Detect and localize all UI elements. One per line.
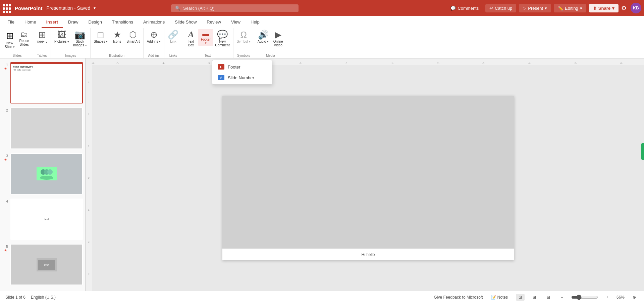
title-caret[interactable]: ▾ [94, 6, 96, 10]
tab-help[interactable]: Help [246, 17, 264, 28]
comments-button[interactable]: 💬 Comments [446, 4, 483, 12]
ribbon-group-tables: ⊞ Table ▾ Tables [33, 28, 51, 58]
tab-view[interactable]: View [226, 17, 245, 28]
share-button[interactable]: ⬆ Share ▾ [589, 4, 619, 12]
slide-thumb-2[interactable]: 2 [1, 106, 84, 150]
pictures-label: Pictures ▾ [54, 40, 69, 43]
green-tab[interactable] [641, 143, 644, 160]
table-icon: ⊞ [38, 30, 46, 40]
zoom-in-button[interactable]: + [603, 294, 611, 301]
shapes-button[interactable]: ◻ Shapes ▾ [92, 29, 110, 45]
tab-home[interactable]: Home [20, 17, 41, 28]
tab-animations[interactable]: Animations [139, 17, 169, 28]
slide-4-preview[interactable]: test [10, 199, 83, 240]
footer-icon: ▬ [202, 30, 209, 37]
editing-label: Editing [565, 6, 578, 11]
ribbon-group-symbols: Ω Symbol ▾ Symbols [233, 28, 254, 58]
stock-images-button[interactable]: 📷 StockImages ▾ [71, 29, 89, 48]
comments-icon: 💬 [450, 6, 456, 11]
slide-number-dropdown-item[interactable]: # Slide Number [212, 72, 272, 83]
stock-images-label: StockImages ▾ [73, 40, 87, 47]
catchup-button[interactable]: ↩ Catch up [485, 4, 516, 12]
tab-design[interactable]: Design [84, 17, 106, 28]
addins-label: Add-ins ▾ [147, 40, 161, 43]
audio-button[interactable]: 🔊 Audio ▾ [256, 29, 271, 45]
view-reading-button[interactable]: ⊟ [544, 294, 553, 301]
fit-slide-button[interactable]: ⊕ [630, 294, 639, 301]
symbol-button[interactable]: Ω Symbol ▾ [235, 29, 253, 45]
search-icon: 🔍 [175, 6, 180, 11]
slide-3-preview[interactable] [10, 153, 83, 194]
footer-dropdown-label: Footer [228, 64, 240, 70]
view-normal-button[interactable]: ⊡ [516, 294, 525, 301]
slide-2-number: 2 [3, 107, 8, 112]
ribbon-group-media: 🔊 Audio ▾ ▶ OnlineVideo Media [254, 28, 287, 58]
table-button[interactable]: ⊞ Table ▾ [35, 29, 49, 45]
slide-number-dropdown-icon: # [218, 75, 224, 80]
zoom-slider-container [571, 295, 598, 300]
online-video-button[interactable]: ▶ OnlineVideo [271, 29, 285, 48]
slide-3-star: ★ [4, 158, 7, 162]
slide-thumb-1[interactable]: 1 ★ TEST SUPERVITY • Hi hello roommate — [1, 61, 84, 104]
tab-draw[interactable]: Draw [63, 17, 83, 28]
search-box[interactable]: 🔍 [171, 4, 299, 12]
canvas-right-col: Hi hello [92, 65, 644, 291]
editing-button[interactable]: ✏️ Editing ▾ [554, 4, 586, 12]
new-comment-label: NewComment [215, 40, 229, 47]
svg-point-4 [40, 176, 53, 180]
main-area: 1 ★ TEST SUPERVITY • Hi hello roommate —… [0, 58, 644, 291]
avatar[interactable]: KB [631, 3, 641, 13]
audio-icon: 🔊 [258, 30, 269, 39]
tab-transitions[interactable]: Transitions [107, 17, 138, 28]
addins-button[interactable]: ⊕ Add-ins ▾ [145, 29, 163, 45]
pictures-button[interactable]: 🖼 Pictures ▾ [52, 29, 71, 45]
slide-1-preview[interactable]: TEST SUPERVITY • Hi hello roommate — [10, 62, 83, 103]
symbols-group-label: Symbols [235, 52, 253, 58]
smartart-label: SmartArt [126, 40, 140, 43]
smartart-button[interactable]: ⬡ SmartArt [124, 29, 142, 45]
language-indicator: English (U.S.) [31, 295, 56, 300]
settings-icon[interactable]: ⚙ [621, 4, 627, 12]
slide-5-image: IMG [11, 245, 82, 285]
waffle-menu[interactable] [3, 4, 11, 12]
view-slidesorter-button[interactable]: ⊞ [530, 294, 539, 301]
text-box-button[interactable]: A TextBox [183, 29, 198, 48]
tab-file[interactable]: File [3, 17, 19, 28]
link-button[interactable]: 🔗 Link [166, 29, 180, 45]
app-name: PowerPoint [15, 5, 43, 11]
ruler-top: ·6· ·5· ·4· ·3· ·2· ·1· 0 ·1· ·2· ·3· ·4… [86, 58, 644, 65]
ribbon-group-illustration: ◻ Shapes ▾ ★ Icons ⬡ SmartArt Illustrati… [91, 28, 144, 58]
new-comment-button[interactable]: 💬 NewComment [213, 29, 231, 48]
slide-thumb-4[interactable]: 4 test [1, 198, 84, 241]
footer-dropdown-item[interactable]: F Footer [212, 61, 272, 72]
slide-5-preview[interactable]: IMG [10, 244, 83, 285]
present-button[interactable]: ▷ Present ▾ [519, 4, 551, 12]
ribbon-tabs: File Home Insert Draw Design Transitions… [0, 16, 644, 28]
share-icon: ⬆ [593, 6, 597, 11]
tab-insert[interactable]: Insert [42, 17, 63, 28]
audio-label: Audio ▾ [258, 40, 269, 43]
search-input[interactable] [183, 6, 294, 11]
feedback-link[interactable]: Give Feedback to Microsoft [434, 295, 483, 300]
statusbar: Slide 1 of 6 English (U.S.) Give Feedbac… [0, 291, 644, 303]
view-reading-icon: ⊟ [547, 295, 550, 300]
slide-3-number: 3 [3, 153, 8, 158]
footer-button[interactable]: ▬ Footer ▾ [198, 29, 213, 46]
tab-slideshow[interactable]: Slide Show [170, 17, 201, 28]
slide-thumb-5[interactable]: 5 ★ IMG [1, 243, 84, 286]
reuse-slides-button[interactable]: 🗂 ReuseSlides [17, 29, 32, 48]
editing-caret-icon: ▾ [580, 6, 582, 11]
notes-button[interactable]: 📝 Notes [488, 294, 511, 301]
slide-1-number: 1 [3, 62, 8, 67]
new-slide-button[interactable]: ⊞ New Slide ▾ [3, 29, 17, 50]
icons-button[interactable]: ★ Icons [110, 29, 124, 45]
slide-container[interactable]: Hi hello [92, 65, 644, 291]
slide-content-area [222, 96, 514, 248]
zoom-slider[interactable] [571, 295, 598, 300]
slide-5-star: ★ [4, 249, 7, 252]
zoom-out-button[interactable]: − [558, 294, 566, 301]
slide-thumb-3[interactable]: 3 ★ [1, 152, 84, 196]
tab-review[interactable]: Review [202, 17, 226, 28]
slide-2-preview[interactable] [10, 107, 83, 149]
doc-title: Presentation - Saved [47, 5, 91, 11]
